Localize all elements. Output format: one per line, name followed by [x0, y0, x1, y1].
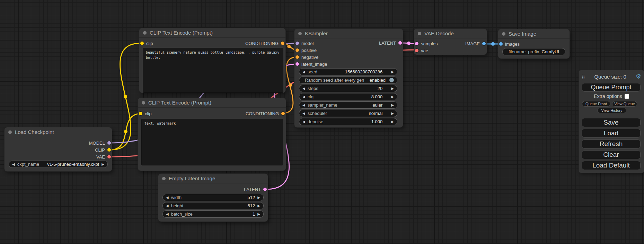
node-empty-latent-image[interactable]: Empty Latent Image LATENT ◀ width 512 ▶ …: [158, 174, 268, 222]
settings-gear-icon[interactable]: ⚙: [636, 73, 641, 80]
queue-front-button[interactable]: Queue Front: [582, 101, 610, 107]
random-seed-widget[interactable]: Random seed after every gen enabled: [299, 76, 397, 84]
load-default-button[interactable]: Load Default: [582, 161, 641, 170]
sampler-name-widget[interactable]: ◀ sampler_name euler ▶: [299, 101, 397, 109]
clip-port-icon[interactable]: [139, 112, 142, 115]
denoise-widget[interactable]: ◀ denoise 1.000 ▶: [299, 118, 397, 125]
clip-port-icon[interactable]: [140, 42, 144, 45]
seed-widget[interactable]: ◀ seed 156680208700286 ▶: [299, 68, 397, 75]
view-history-button[interactable]: View History: [597, 108, 626, 113]
output-slot-image[interactable]: IMAGE: [465, 40, 486, 47]
conditioning-port-icon[interactable]: [281, 42, 284, 45]
node-title-bar[interactable]: CLIP Text Encode (Prompt): [139, 28, 285, 38]
drag-handle-icon[interactable]: ⣿: [582, 74, 585, 79]
next-arrow-icon[interactable]: ▶: [391, 103, 394, 107]
output-slot-model[interactable]: MODEL: [89, 139, 111, 146]
next-arrow-icon[interactable]: ▶: [102, 163, 104, 166]
clip-port-icon[interactable]: [107, 148, 111, 152]
input-slot-model[interactable]: model: [295, 40, 314, 47]
latent-port-icon[interactable]: [415, 42, 418, 45]
prev-arrow-icon[interactable]: ◀: [302, 70, 305, 74]
vae-port-icon[interactable]: [415, 49, 418, 52]
conditioning-port-icon[interactable]: [281, 112, 285, 115]
next-arrow-icon[interactable]: ▶: [257, 213, 260, 216]
node-clip-text-encode-positive[interactable]: CLIP Text Encode (Prompt) clip CONDITION…: [139, 28, 285, 93]
model-port-icon[interactable]: [107, 141, 111, 145]
prev-arrow-icon[interactable]: ◀: [302, 103, 305, 107]
vae-port-icon[interactable]: [107, 155, 111, 159]
input-slot-vae[interactable]: vae: [415, 47, 428, 54]
next-arrow-icon[interactable]: ▶: [391, 120, 394, 124]
scheduler-widget[interactable]: ◀ scheduler normal ▶: [299, 110, 397, 117]
image-port-icon[interactable]: [499, 42, 503, 46]
node-vae-decode[interactable]: VAE Decode samples vae IMAGE: [414, 29, 487, 55]
prev-arrow-icon[interactable]: ◀: [302, 120, 305, 124]
node-save-image[interactable]: Save Image images filename_prefix ComfyU…: [498, 29, 570, 58]
collapse-dot-icon[interactable]: [162, 177, 166, 180]
load-button[interactable]: Load: [582, 129, 641, 138]
extra-options-checkbox[interactable]: [625, 94, 629, 99]
conditioning-port-icon[interactable]: [295, 48, 299, 52]
node-title-bar[interactable]: KSampler: [294, 29, 403, 38]
queue-prompt-button[interactable]: Queue Prompt: [582, 83, 641, 92]
collapse-dot-icon[interactable]: [142, 101, 145, 105]
negative-prompt-textarea[interactable]: text, watermark: [141, 119, 283, 165]
node-title-bar[interactable]: CLIP Text Encode (Prompt): [138, 98, 286, 108]
node-title-bar[interactable]: Load Checkpoint: [5, 127, 112, 137]
filename-prefix-widget[interactable]: filename_prefix ComfyUI: [502, 48, 565, 55]
node-load-checkpoint[interactable]: Load Checkpoint MODEL CLIP VAE ◀ ckpt_na…: [5, 127, 112, 171]
prev-arrow-icon[interactable]: ◀: [166, 213, 169, 216]
next-arrow-icon[interactable]: ▶: [257, 196, 260, 199]
prev-arrow-icon[interactable]: ◀: [166, 196, 169, 199]
conditioning-port-icon[interactable]: [295, 55, 299, 59]
prev-arrow-icon[interactable]: ◀: [302, 112, 305, 115]
refresh-button[interactable]: Refresh: [582, 139, 641, 148]
model-port-icon[interactable]: [295, 42, 299, 45]
next-arrow-icon[interactable]: ▶: [391, 95, 394, 99]
prev-arrow-icon[interactable]: ◀: [166, 204, 169, 208]
image-port-icon[interactable]: [482, 42, 486, 45]
latent-port-icon[interactable]: [263, 188, 267, 191]
toggle-enabled-icon[interactable]: [389, 78, 394, 82]
node-canvas[interactable]: Load Checkpoint MODEL CLIP VAE ◀ ckpt_na…: [0, 0, 644, 244]
prev-arrow-icon[interactable]: ◀: [302, 87, 305, 90]
prev-arrow-icon[interactable]: ◀: [12, 163, 15, 166]
next-arrow-icon[interactable]: ▶: [391, 112, 394, 115]
output-slot-clip[interactable]: CLIP: [95, 146, 111, 153]
next-arrow-icon[interactable]: ▶: [257, 204, 260, 208]
prev-arrow-icon[interactable]: ◀: [302, 95, 305, 99]
input-slot-positive[interactable]: positive: [295, 47, 317, 54]
batch-size-widget[interactable]: ◀ batch_size 1 ▶: [162, 210, 264, 218]
output-slot-vae[interactable]: VAE: [96, 153, 111, 160]
collapse-dot-icon[interactable]: [418, 32, 421, 35]
steps-widget[interactable]: ◀ steps 20 ▶: [299, 85, 397, 92]
save-button[interactable]: Save: [582, 118, 641, 127]
ckpt-name-widget[interactable]: ◀ ckpt_name v1-5-pruned-emaonly.ckpt ▶: [9, 161, 108, 168]
output-slot-latent[interactable]: LATENT: [244, 186, 267, 193]
width-widget[interactable]: ◀ width 512 ▶: [162, 194, 264, 201]
node-title-bar[interactable]: Save Image: [498, 29, 570, 39]
output-slot-latent[interactable]: LATENT: [379, 39, 402, 46]
height-widget[interactable]: ◀ height 512 ▶: [162, 202, 264, 209]
next-arrow-icon[interactable]: ▶: [391, 87, 394, 90]
node-title-bar[interactable]: Empty Latent Image: [158, 174, 268, 183]
collapse-dot-icon[interactable]: [143, 31, 147, 35]
input-slot-latent-image[interactable]: latent_image: [295, 61, 327, 67]
view-queue-button[interactable]: View Queue: [612, 101, 637, 107]
output-slot-conditioning[interactable]: CONDITIONING: [246, 110, 285, 117]
clear-button[interactable]: Clear: [582, 150, 641, 159]
collapse-dot-icon[interactable]: [8, 130, 12, 134]
node-clip-text-encode-negative[interactable]: CLIP Text Encode (Prompt) clip CONDITION…: [138, 98, 286, 171]
input-slot-images[interactable]: images: [499, 40, 520, 47]
input-slot-negative[interactable]: negative: [295, 54, 318, 61]
collapse-dot-icon[interactable]: [298, 32, 302, 35]
input-slot-samples[interactable]: samples: [415, 40, 438, 47]
output-slot-conditioning[interactable]: CONDITIONING: [245, 40, 284, 47]
next-arrow-icon[interactable]: ▶: [391, 70, 394, 74]
positive-prompt-textarea[interactable]: beautiful scenery nature glass bottle la…: [143, 48, 283, 93]
latent-port-icon[interactable]: [295, 62, 299, 66]
latent-port-icon[interactable]: [398, 41, 402, 45]
input-slot-clip[interactable]: clip: [139, 110, 152, 117]
cfg-widget[interactable]: ◀ cfg 8.000 ▶: [299, 93, 397, 100]
input-slot-clip[interactable]: clip: [140, 40, 153, 47]
